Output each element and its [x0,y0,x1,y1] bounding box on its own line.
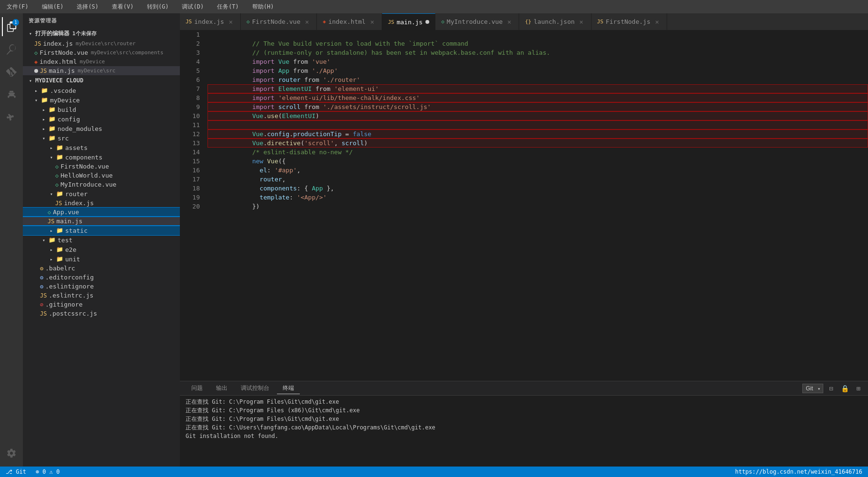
code-line-20 [207,202,868,211]
router-folder[interactable]: 📁 router [23,189,180,199]
folder-icon: 📁 [49,106,56,113]
tab-close-btn[interactable]: × [653,18,661,26]
status-git[interactable]: ⎇ Git [4,468,28,475]
mydevice-folder[interactable]: 📁 myDevice [23,95,180,105]
extensions-icon[interactable] [2,109,21,128]
myintroduce-vue-file[interactable]: ◇ MyIntroduce.vue [23,180,180,189]
tab-index-html[interactable]: ◈ index.html × [317,13,382,30]
router-index-js[interactable]: JS index.js [23,199,180,208]
app-vue-file[interactable]: ◇ App.vue [23,208,180,217]
status-errors[interactable]: ⊗ 0 ⚠ 0 [34,468,62,475]
tab-firstnode-vue[interactable]: ◇ FirstNode.vue × [241,13,317,30]
test-folder[interactable]: 📁 test [23,235,180,245]
debug-icon[interactable] [2,86,21,105]
node-modules-folder[interactable]: 📁 node_modules [23,124,180,133]
js-icon: JS [34,40,41,47]
tab-js-icon: JS [186,19,192,25]
sidebar: 资源管理器 打开的编辑器 1个未保存 JS index.js myDevice\… [23,13,180,467]
terminal-tab-output[interactable]: 输出 [210,383,233,394]
gitignore-file[interactable]: ⊘ .gitignore [23,300,180,309]
eslintignore-file[interactable]: ⚙ .eslintignore [23,282,180,291]
editor-area: JS index.js × ◇ FirstNode.vue × ◈ index.… [180,13,868,467]
folder-icon: 📁 [56,144,63,151]
firstnode-vue-file[interactable]: ◇ FirstNode.vue [23,162,180,171]
tab-close-btn[interactable]: × [303,18,311,26]
eslintrc-file[interactable]: JS .eslintrc.js [23,291,180,300]
static-folder[interactable]: 📁 static [23,226,180,235]
tab-close-btn[interactable]: × [368,18,376,26]
postcssrc-file[interactable]: JS .postcssrc.js [23,309,180,318]
e2e-folder[interactable]: 📁 e2e [23,245,180,254]
git-icon[interactable] [2,63,21,82]
tab-firstnode-js[interactable]: JS FirstNode.js × [592,13,667,30]
open-file-index-js[interactable]: JS index.js myDevice\src\router [23,39,180,48]
build-folder[interactable]: 📁 build [23,105,180,114]
menubar-tasks[interactable]: 任务(T) [214,2,242,12]
config-folder[interactable]: 📁 config [23,114,180,124]
menubar-help[interactable]: 帮助(H) [249,2,277,12]
menubar-file[interactable]: 文件(F) [4,2,31,12]
vscode-folder[interactable]: 📁 .vscode [23,86,180,95]
src-folder[interactable]: 📁 src [23,133,180,143]
components-chevron [48,153,55,161]
terminal-line-5: Git installation not found. [186,432,862,440]
tab-index-js[interactable]: JS index.js × [180,13,241,30]
tab-main-js[interactable]: JS main.js [382,13,435,30]
project-name: MYDIVECE CLOUD [35,77,83,84]
project-section[interactable]: MYDIVECE CLOUD [23,75,180,86]
router-chevron [48,190,55,198]
code-text[interactable]: // The Vue build version to load with th… [204,30,868,381]
menubar-select[interactable]: 选择(S) [74,2,101,12]
components-folder[interactable]: 📁 components [23,152,180,162]
open-file-name: FirstNode.vue [39,49,88,56]
vue-icon: ◇ [55,163,59,170]
tab-js-icon: JS [597,19,603,25]
terminal-expand-icon[interactable]: ⊞ [855,384,862,393]
js-icon: JS [48,218,54,225]
tab-close-btn[interactable]: × [505,18,513,26]
folder-name: build [58,106,76,113]
folder-icon: 📁 [56,227,63,234]
tab-myintroduce-vue[interactable]: ◇ MyIntroduce.vue × [435,13,519,30]
folder-icon: 📁 [49,116,56,122]
code-editor[interactable]: 1 2 3 4 5 6 7 8 9 10 11 12 13 14 15 16 1 [180,30,868,381]
search-icon[interactable] [2,40,21,59]
terminal-tab-problems[interactable]: 问题 [186,383,208,394]
terminal-tab-terminal[interactable]: 终端 [277,383,300,394]
settings-icon[interactable] [2,444,21,463]
assets-folder[interactable]: 📁 assets [23,143,180,152]
terminal-content[interactable]: 正在查找 Git: C:\Program Files\Git\cmd\git.e… [180,396,868,467]
menubar-edit[interactable]: 编辑(E) [39,2,67,12]
open-file-firstnode-vue[interactable]: ◇ FirstNode.vue myDevice\src\components [23,48,180,57]
open-file-path: myDevice [80,59,105,65]
helloworld-vue-file[interactable]: ◇ HelloWorld.vue [23,171,180,180]
terminal-git-select[interactable]: Git [802,384,823,393]
folder-name: unit [65,256,80,263]
terminal-select-wrapper: Git [802,384,823,393]
folder-name: src [58,135,69,142]
tab-launch-json[interactable]: {} launch.json × [519,13,591,30]
main-js-file[interactable]: JS main.js [23,217,180,226]
open-file-index-html[interactable]: ◈ index.html myDevice [23,57,180,66]
open-editors-section[interactable]: 打开的编辑器 1个未保存 [23,28,180,39]
tab-close-btn[interactable]: × [227,18,235,26]
menubar-view[interactable]: 查看(V) [109,2,137,12]
file-name: .postcssrc.js [49,310,97,317]
terminal-tab-debug[interactable]: 调试控制台 [235,383,275,394]
tab-close-btn[interactable]: × [578,18,585,26]
vue-icon: ◇ [55,172,59,179]
editorconfig-file[interactable]: ⚙ .editorconfig [23,273,180,282]
folder-icon: 📁 [56,246,63,253]
main-layout: 1 资源管理器 打开的编辑器 1个未保存 [0,13,868,467]
tab-unsaved-dot [425,20,429,24]
explorer-icon[interactable]: 1 [2,17,21,36]
sidebar-title: 资源管理器 [23,13,180,28]
babelrc-file[interactable]: ⚙ .babelrc [23,264,180,273]
menubar-goto[interactable]: 转到(G) [144,2,172,12]
terminal-lock-icon[interactable]: 🔒 [839,384,851,393]
menubar-debug[interactable]: 调试(D) [179,2,207,12]
unit-folder[interactable]: 📁 unit [23,254,180,264]
terminal-split-icon[interactable]: ⊟ [827,384,835,393]
config-icon: ⚙ [40,274,43,281]
open-file-main-js[interactable]: JS main.js myDevice\src [23,66,180,75]
